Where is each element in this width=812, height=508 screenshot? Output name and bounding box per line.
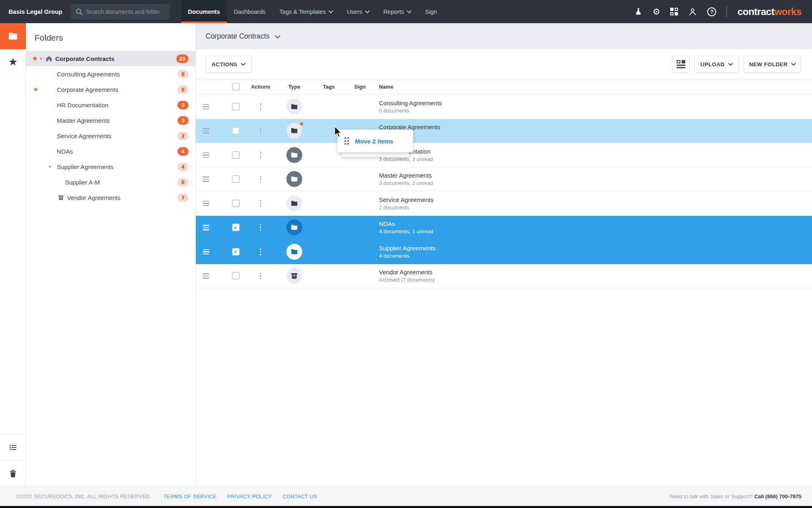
row-checkbox[interactable]	[232, 151, 240, 159]
drag-handle[interactable]	[203, 249, 225, 255]
kebab-menu-icon[interactable]	[260, 273, 262, 280]
rail-folders-button[interactable]	[0, 23, 26, 49]
sidebar-item-supplier-a-m[interactable]: Supplier A-M 0	[26, 174, 195, 190]
nav-tab-tags-templates[interactable]: Tags & Templates	[273, 0, 340, 23]
nav-tab-sign[interactable]: Sign	[418, 0, 444, 23]
table-row[interactable]: Vendor AgreementsArchived (7 documents)	[196, 264, 812, 289]
folder-name[interactable]: Consulting Agreements	[379, 100, 812, 106]
folder-name[interactable]: Vendor Agreements	[379, 269, 812, 276]
page-header: Corporate Contracts	[196, 23, 812, 50]
row-checkbox[interactable]	[232, 175, 240, 183]
support-phone: Call (866) 700-7975	[754, 493, 801, 499]
kebab-menu-icon[interactable]	[260, 176, 262, 183]
new-folder-button[interactable]: NEW FOLDER	[744, 56, 801, 73]
table-row[interactable]: HR Documentation3 documents, 3 unread	[196, 143, 812, 167]
nav-tab-documents[interactable]: Documents	[181, 0, 227, 23]
row-checkbox-checked[interactable]: ✓	[232, 248, 240, 256]
actions-button[interactable]: ACTIONS	[205, 56, 252, 73]
folder-name[interactable]: Supplier Agreements	[379, 245, 812, 252]
folder-name[interactable]: HR Documentation	[379, 148, 812, 155]
view-toggle-button[interactable]	[672, 56, 689, 73]
chevron-down-icon[interactable]	[275, 35, 280, 39]
sidebar-item-corporate-contracts[interactable]: ★ ▼ Corporate Contracts 23	[26, 51, 195, 66]
table-row[interactable]: Consulting Agreements0 documents	[196, 95, 812, 119]
table-row-drop-target[interactable]: ★ Corporate Agreements0 documents	[196, 119, 812, 143]
rail-audit-log-button[interactable]	[0, 434, 26, 460]
kebab-menu-icon[interactable]	[260, 224, 262, 231]
contact-us-link[interactable]: CONTACT US	[282, 493, 317, 499]
search-input[interactable]	[86, 9, 159, 15]
row-checkbox-checked[interactable]: ✓	[232, 224, 240, 231]
table-row-selected[interactable]: ✓ Supplier Agreements4 documents	[196, 240, 812, 264]
folder-type-icon	[286, 99, 302, 115]
folder-meta: 0 documents	[379, 108, 812, 114]
settings-gear-icon[interactable]: ⚙	[653, 7, 660, 16]
sidebar-item-vendor-agreements[interactable]: Vendor Agreements 7	[26, 190, 195, 205]
row-checkbox[interactable]	[232, 127, 240, 135]
table-row[interactable]: Master Agreements3 documents, 2 unread	[196, 167, 812, 192]
sidebar-item-hr-documentation[interactable]: HR Documentation 3	[26, 97, 195, 113]
kebab-menu-icon[interactable]	[260, 248, 262, 255]
page-title: Corporate Contracts	[206, 32, 270, 41]
help-icon[interactable]: ?	[707, 7, 716, 16]
rail-trash-button[interactable]	[0, 460, 26, 486]
grip-dots-icon	[344, 137, 349, 145]
count-badge: 23	[176, 54, 188, 63]
folder-meta: 4 documents, 1 unread	[379, 228, 812, 234]
sidebar-item-service-agreements[interactable]: Service Agreements 2	[26, 128, 195, 143]
folder-name[interactable]: Corporate Agreements	[379, 124, 812, 130]
chevron-down-icon	[791, 63, 796, 66]
select-all-checkbox[interactable]	[232, 83, 240, 91]
archive-icon	[58, 194, 64, 201]
sidebar-title: Folders	[26, 23, 195, 51]
terms-of-service-link[interactable]: TERMS OF SERVICE	[163, 493, 217, 499]
rail-favorites-button[interactable]: ★	[0, 49, 26, 75]
privacy-policy-link[interactable]: PRIVACY POLICY	[227, 493, 272, 499]
star-icon: ★	[32, 86, 39, 93]
folder-name[interactable]: Master Agreements	[379, 172, 812, 179]
favorite-star-icon: ★	[299, 119, 305, 128]
user-profile-icon[interactable]	[688, 7, 697, 16]
row-checkbox[interactable]	[232, 200, 240, 207]
labs-flask-icon[interactable]	[634, 7, 643, 16]
folder-meta: Archived (7 documents)	[379, 277, 812, 283]
count-badge: 3	[178, 116, 188, 125]
nav-tab-reports[interactable]: Reports	[377, 0, 418, 23]
upload-button[interactable]: UPLOAD	[694, 56, 739, 73]
nav-tab-dashboards[interactable]: Dashboards	[227, 0, 273, 23]
table-row[interactable]: Service Agreements2 documents	[196, 191, 812, 216]
sidebar-item-consulting-agreements[interactable]: Consulting Agreements 0	[26, 66, 195, 82]
sidebar-item-supplier-agreements[interactable]: ▼ Supplier Agreements 4	[26, 159, 195, 174]
drag-handle[interactable]	[203, 128, 225, 134]
home-folder-icon	[45, 55, 52, 62]
folder-name[interactable]: Service Agreements	[379, 196, 812, 203]
divider	[726, 7, 727, 17]
kebab-menu-icon[interactable]	[260, 152, 262, 158]
nav-tab-users[interactable]: Users	[340, 0, 377, 23]
folder-type-icon-unread	[286, 147, 302, 163]
table-row-selected[interactable]: ✓ NDAs4 documents, 1 unread	[196, 216, 812, 240]
folder-name[interactable]: NDAs	[379, 220, 812, 227]
sidebar-item-master-agreements[interactable]: Master Agreements 3	[26, 113, 195, 128]
global-search[interactable]	[71, 4, 170, 20]
sidebar-item-ndas[interactable]: NDAs 4	[26, 143, 195, 159]
drag-handle[interactable]	[203, 225, 225, 230]
folder-type-icon-unread	[286, 219, 302, 235]
folder-type-icon	[286, 244, 302, 260]
drag-handle[interactable]	[203, 201, 225, 206]
column-header-tags: Tags	[313, 84, 344, 90]
caret-expanded-icon[interactable]: ▼	[38, 56, 44, 61]
drag-handle[interactable]	[203, 104, 225, 110]
drag-handle[interactable]	[203, 176, 225, 182]
kebab-menu-icon[interactable]	[260, 200, 262, 207]
kebab-menu-icon[interactable]	[260, 103, 262, 110]
apps-grid-icon[interactable]	[670, 8, 678, 15]
kebab-menu-icon[interactable]	[260, 128, 262, 135]
row-checkbox[interactable]	[232, 103, 240, 111]
row-checkbox[interactable]	[232, 272, 240, 280]
drag-handle[interactable]	[203, 152, 225, 158]
drag-handle[interactable]	[203, 273, 225, 279]
caret-expanded-icon[interactable]: ▼	[47, 165, 53, 169]
sidebar-item-corporate-agreements[interactable]: ★ Corporate Agreements 0	[26, 82, 195, 97]
count-badge: 0	[178, 178, 188, 187]
